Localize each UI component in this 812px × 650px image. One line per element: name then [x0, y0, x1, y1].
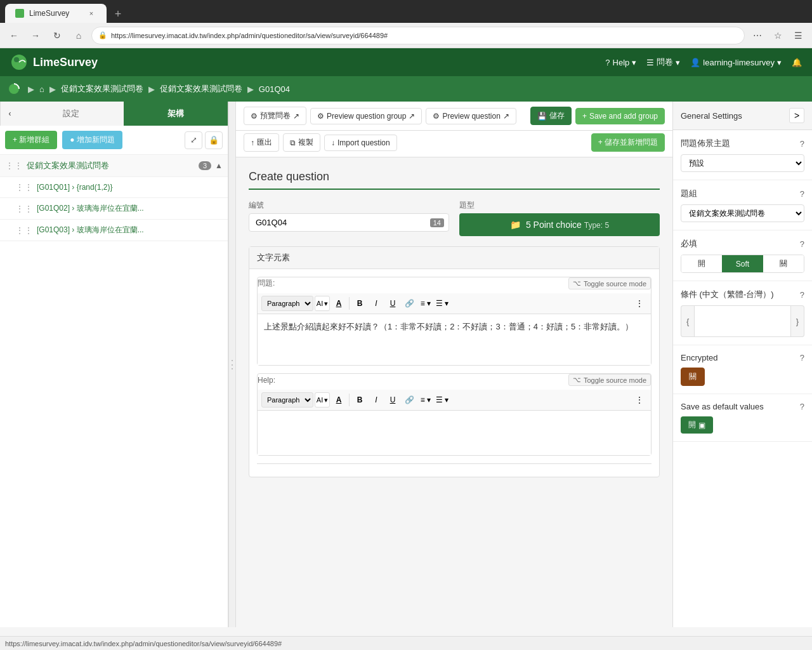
toggle-source-button[interactable]: ⌥ Toggle source mode — [568, 277, 651, 289]
encrypted-help-icon[interactable]: ? — [800, 353, 804, 362]
theme-help-icon[interactable]: ? — [800, 139, 804, 149]
external-link-icon-2: ↗ — [409, 112, 415, 121]
breadcrumb-link-1[interactable]: 促銷文案效果測試問卷 — [61, 83, 143, 95]
link-button[interactable]: 🔗 — [402, 296, 417, 311]
font-color-button[interactable]: A — [331, 296, 346, 311]
header-right: ? Help ▾ ☰ 問卷 ▾ 👤 learning-limesurvey ▾ … — [605, 56, 802, 68]
save-add-group-button[interactable]: + Save and add group — [575, 108, 665, 124]
help-more-button[interactable]: ⋮ — [632, 392, 647, 408]
type-icon: 📁 — [510, 220, 521, 230]
help-toggle-source-button[interactable]: ⌥ Toggle source mode — [568, 374, 651, 386]
help-button[interactable]: ? Help ▾ — [605, 58, 636, 67]
gear-icon-3: ⚙ — [433, 112, 440, 121]
help-bold-button[interactable]: B — [352, 392, 367, 408]
group-label-text: 題組 — [681, 188, 697, 199]
add-group-button[interactable]: + 新增群組 — [5, 131, 57, 149]
lock-button[interactable]: 🔒 — [205, 131, 223, 149]
group-select[interactable]: 促銷文案效果測試問卷 — [681, 204, 804, 222]
mandatory-off-button[interactable]: 關 — [763, 255, 804, 272]
export-button[interactable]: ↑ 匯出 — [244, 133, 279, 152]
tree-item-q01[interactable]: ⋮⋮ [G01Q01] › {rand(1,2)} — [0, 176, 228, 197]
more-button[interactable]: ⋮ — [632, 296, 647, 311]
resize-handle[interactable]: ⋮ — [228, 102, 236, 627]
italic-button[interactable]: I — [369, 296, 384, 311]
back-button[interactable]: ← — [5, 27, 23, 44]
save-default-help-icon[interactable]: ? — [800, 402, 804, 411]
breadcrumb-home-icon: ⌂ — [39, 84, 44, 94]
mandatory-on-button[interactable]: 開 — [681, 255, 722, 272]
save-default-icon: ▣ — [698, 421, 705, 430]
help-link-button[interactable]: 🔗 — [402, 392, 417, 408]
help-underline-button[interactable]: U — [385, 392, 400, 408]
type-selector-button[interactable]: 📁 5 Point choice Type: 5 — [459, 213, 660, 236]
help-font-color-button[interactable]: A — [331, 392, 346, 408]
conditions-textarea[interactable] — [694, 305, 790, 337]
question-meta: 編號 14 題型 📁 5 Point choice Type: 5 — [249, 200, 660, 236]
bold-button[interactable]: B — [352, 296, 367, 311]
tab-settings[interactable]: 設定 — [19, 102, 124, 126]
preview-group-button[interactable]: ⚙ Preview question group ↗ — [310, 108, 422, 124]
encrypted-off-button[interactable]: 關 — [681, 368, 705, 386]
save-default-on-button[interactable]: 開 ▣ — [681, 416, 713, 434]
help-italic-button[interactable]: I — [369, 392, 384, 408]
expand-all-button[interactable]: ⤢ — [185, 131, 202, 149]
underline-button[interactable]: U — [385, 296, 400, 311]
align-button[interactable]: ≡ ▾ — [418, 296, 433, 311]
theme-select[interactable]: 預設 — [681, 154, 804, 172]
tree-item-q03[interactable]: ⋮⋮ [G01Q03] › 玻璃海岸位在宜蘭... — [0, 219, 228, 241]
tree-item-q02[interactable]: ⋮⋮ [G01Q02] › 玻璃海岸位在宜蘭... — [0, 197, 228, 219]
conditions-label-text: 條件 (中文（繁體-台灣）) — [681, 289, 774, 300]
question-body[interactable]: 上述景點介紹讀起來好不好讀？（1：非常不好讀；2：不好讀；3：普通；4：好讀；5… — [258, 314, 651, 365]
panel-expand-button[interactable]: > — [789, 108, 804, 123]
help-toolbar-separator — [349, 394, 350, 406]
add-question-button[interactable]: ● 增加新問題 — [62, 131, 122, 149]
breadcrumb-sep-1: ▶ — [49, 84, 56, 94]
help-label: Help: — [258, 376, 275, 385]
breadcrumb-arrow-1: ▶ — [28, 84, 34, 94]
mandatory-help-icon[interactable]: ? — [800, 239, 804, 249]
save-add-question-button[interactable]: + 儲存並新增問題 — [591, 133, 665, 152]
copy-button[interactable]: ⧉ 複製 — [283, 133, 320, 152]
reload-button[interactable]: ↻ — [48, 27, 66, 44]
tab-close-button[interactable]: × — [86, 8, 96, 18]
mandatory-soft-button[interactable]: Soft — [722, 255, 763, 272]
extensions-button[interactable]: ⋯ — [749, 27, 766, 44]
code-input[interactable] — [249, 213, 449, 232]
surveys-menu-button[interactable]: ☰ 問卷 ▾ — [646, 56, 680, 68]
save-button[interactable]: 💾 儲存 — [530, 107, 572, 125]
help-body[interactable] — [258, 411, 651, 455]
breadcrumb-link-2[interactable]: 促銷文案效果測試問卷 — [160, 83, 242, 95]
help-ai-button[interactable]: AI ▾ — [315, 392, 330, 408]
menu-button[interactable]: ☰ — [789, 27, 807, 44]
preview-survey-button[interactable]: ⚙ 預覽問卷 ↗ — [244, 107, 306, 125]
user-menu-button[interactable]: 👤 learning-limesurvey ▾ — [690, 58, 782, 67]
help-list-button[interactable]: ☰ ▾ — [435, 392, 450, 408]
user-icon: 👤 — [690, 58, 700, 67]
list-button[interactable]: ☰ ▾ — [435, 296, 450, 311]
tab-structure[interactable]: 架構 — [124, 102, 228, 126]
paragraph-select[interactable]: Paragraph — [261, 296, 313, 311]
import-button[interactable]: ↓ Import question — [324, 135, 397, 151]
rte-toolbar: Paragraph AI ▾ A B I U 🔗 — [258, 293, 651, 314]
tab-title: LimeSurvey — [29, 9, 69, 18]
help-paragraph-select[interactable]: Paragraph — [261, 392, 313, 408]
help-align-button[interactable]: ≡ ▾ — [418, 392, 433, 408]
bookmark-button[interactable]: ☆ — [769, 27, 787, 44]
preview-question-button[interactable]: ⚙ Preview question ↗ — [426, 108, 516, 124]
active-tab[interactable]: LimeSurvey × — [5, 4, 107, 23]
address-bar[interactable]: 🔒 https://limesurvey.imacat.idv.tw/index… — [91, 27, 745, 44]
app-logo[interactable]: LimeSurvey — [10, 53, 98, 71]
new-tab-button[interactable]: + — [109, 5, 127, 23]
conditions-help-icon[interactable]: ? — [800, 290, 804, 300]
home-button[interactable]: ⌂ — [70, 27, 88, 44]
forward-button[interactable]: → — [27, 27, 44, 44]
section-header: 文字元素 — [249, 247, 659, 269]
tree-group-header[interactable]: ⋮⋮ 促銷文案效果測試問卷 3 ▲ — [0, 155, 228, 176]
settings-conditions-label: 條件 (中文（繁體-台灣）) ? — [681, 289, 804, 300]
group-help-icon[interactable]: ? — [800, 189, 804, 199]
notifications-button[interactable]: 🔔 — [792, 58, 802, 67]
sidebar-collapse-button[interactable]: ‹ — [0, 102, 19, 126]
settings-mandatory-label: 必填 ? — [681, 238, 804, 249]
settings-encrypted-section: Encrypted ? 關 — [673, 345, 812, 394]
ai-button[interactable]: AI ▾ — [315, 296, 330, 311]
